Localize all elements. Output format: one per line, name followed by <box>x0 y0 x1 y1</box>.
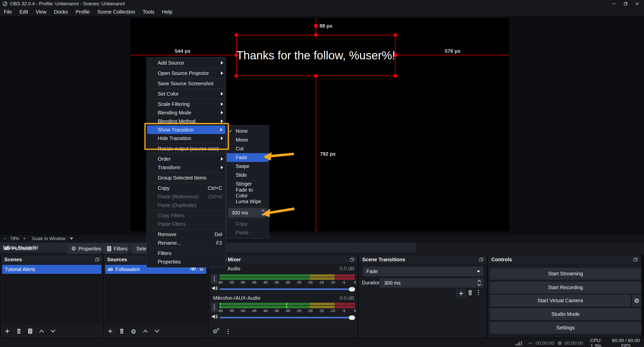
minimize-button[interactable] <box>608 0 620 8</box>
menu-item-move[interactable]: Move <box>226 136 269 144</box>
menu-item-add-source[interactable]: Add Source <box>147 59 226 67</box>
menu-docks[interactable]: Docks <box>50 8 72 16</box>
menu-item-filters[interactable]: Filters <box>147 249 226 257</box>
sources-panel-title: Sources <box>107 257 127 263</box>
dock-popout-icon[interactable] <box>633 258 638 262</box>
menu-item-save-source-screenshot[interactable]: Save Source Screenshot <box>147 79 226 88</box>
properties-button[interactable]: ⚙ Properties <box>67 244 101 254</box>
move-scene-down-button[interactable] <box>51 329 56 334</box>
menu-item-fade[interactable]: Fade <box>227 153 268 162</box>
move-source-up-button[interactable] <box>143 329 148 334</box>
scale-mode-dropdown[interactable]: Scale to Window <box>32 236 65 241</box>
transition-select-dropdown[interactable]: Fade <box>363 267 483 276</box>
transition-selected-value: Fade <box>366 269 378 274</box>
add-source-button[interactable] <box>108 329 113 335</box>
source-properties-button[interactable]: ⚙ <box>131 329 136 334</box>
dock-popout-icon[interactable] <box>350 258 354 262</box>
start-streaming-button[interactable]: Start Streaming <box>490 268 641 280</box>
menu-item-open-source-projector[interactable]: Open Source Projector <box>147 69 226 77</box>
text-source-icon: ab <box>4 245 10 251</box>
start-recording-button[interactable]: Start Recording <box>490 282 641 293</box>
studio-mode-button[interactable]: Studio Mode <box>490 308 641 320</box>
volume-slider-handle[interactable] <box>349 287 355 291</box>
menu-help[interactable]: Help <box>158 8 176 16</box>
dock-popout-icon[interactable] <box>479 258 483 262</box>
transition-menu-icon[interactable] <box>478 290 479 295</box>
check-icon: ✓ <box>229 128 232 134</box>
duration-spin-buttons[interactable] <box>475 278 484 288</box>
settings-button[interactable]: Settings <box>490 322 641 334</box>
add-transition-button[interactable] <box>456 289 466 298</box>
menu-item-swipe[interactable]: Swipe <box>226 162 269 171</box>
menu-item-copy[interactable]: CopyCtrl+C <box>147 184 226 192</box>
menu-item-label: Copy Filters <box>158 213 185 219</box>
menu-item-scale-filtering[interactable]: Scale Filtering <box>147 100 226 108</box>
remove-transition-button[interactable] <box>468 290 473 296</box>
audio-mixer-panel: Audio Mixer Audio 0.0 dB -60-55-50-45-40… <box>209 255 357 338</box>
zoom-in-button[interactable]: + <box>21 236 28 241</box>
db-tick-label: 0 <box>351 309 359 313</box>
menu-item-label: Paste <box>236 230 249 236</box>
menu-item-set-color[interactable]: Set Color <box>147 90 226 98</box>
menu-item-rename[interactable]: Rename...F2 <box>147 239 226 247</box>
db-tick-label: -55 <box>227 280 236 284</box>
add-scene-button[interactable] <box>5 329 10 335</box>
volume-slider-handle[interactable] <box>349 316 355 320</box>
mixer-menu-icon[interactable] <box>228 329 229 334</box>
properties-button-label: Properties <box>78 246 101 252</box>
menu-item-fade-to-color[interactable]: Fade to Color <box>226 188 269 197</box>
speaker-icon[interactable] <box>212 314 218 321</box>
duration-spinner[interactable]: 300 ms <box>380 278 475 288</box>
menu-item-cut[interactable]: Cut <box>226 144 269 153</box>
menu-view[interactable]: View <box>32 8 50 16</box>
menu-tools[interactable]: Tools <box>139 8 158 16</box>
sources-list: ab Followalert <box>105 264 207 325</box>
virtual-camera-settings-button[interactable]: ⚙ <box>632 295 641 307</box>
menu-file[interactable]: File <box>0 8 16 16</box>
title-bar: OBS 32.0.4 - Profile: Unbenannt - Scenes… <box>0 0 644 8</box>
menu-item-remove[interactable]: RemoveDel <box>147 230 226 239</box>
submenu-arrow-icon <box>221 102 223 106</box>
chevron-down-icon[interactable] <box>70 238 73 240</box>
close-button[interactable] <box>631 0 643 8</box>
menu-item-label: Slide <box>236 172 247 178</box>
menu-scene-collection[interactable]: Scene Collection <box>94 8 139 16</box>
context-menu: Add SourceOpen Source ProjectorSave Sour… <box>146 57 226 268</box>
scene-row-selected[interactable]: Tutorial Alerts <box>2 265 101 274</box>
restore-button[interactable] <box>620 0 631 8</box>
menu-item-group-selected-items[interactable]: Group Selected Items <box>147 173 226 182</box>
volume-slider[interactable] <box>220 317 355 318</box>
menu-item-luma-wipe[interactable]: Luma Wipe <box>226 197 269 206</box>
scene-filters-button[interactable] <box>28 328 32 335</box>
move-scene-up-button[interactable] <box>39 329 44 334</box>
menu-item-slide[interactable]: Slide <box>226 171 269 180</box>
advanced-audio-icon[interactable]: ⚙⚙ <box>213 328 218 335</box>
menu-separator <box>228 207 267 207</box>
dock-popout-icon[interactable] <box>95 258 99 262</box>
menu-item-properties[interactable]: Properties <box>147 257 226 266</box>
remove-source-button[interactable] <box>119 328 124 335</box>
db-tick-label: -30 <box>283 280 292 284</box>
menu-item-blending-mode[interactable]: Blending Mode <box>147 108 226 117</box>
guide-line-bottom <box>316 76 316 231</box>
start-virtual-camera-button[interactable]: Start Virtual Camera <box>490 295 631 307</box>
menu-edit[interactable]: Edit <box>16 8 32 16</box>
menu-item-none[interactable]: ✓None <box>226 127 269 136</box>
menu-profile[interactable]: Profile <box>72 8 94 16</box>
move-source-down-button[interactable] <box>154 329 159 334</box>
remove-scene-button[interactable] <box>16 328 21 335</box>
db-tick-label: -35 <box>272 309 280 313</box>
submenu-arrow-icon <box>221 92 223 96</box>
zoom-out-button[interactable]: − <box>2 236 8 241</box>
volume-slider[interactable] <box>220 288 355 290</box>
speaker-icon[interactable] <box>212 285 218 292</box>
menu-item-transform[interactable]: Transform <box>147 163 226 172</box>
transition-duration-spinner[interactable]: 300 ms <box>228 208 267 218</box>
show-transition-submenu: ✓NoneMoveCutFadeSwipeSlideStingerFade to… <box>226 125 269 239</box>
scenes-panel-header: Scenes <box>1 255 102 264</box>
duration-spin-buttons[interactable] <box>259 208 267 218</box>
submenu-arrow-icon <box>221 119 223 123</box>
duration-value: 300 ms <box>384 280 401 286</box>
filters-button[interactable]: Filters <box>103 244 128 254</box>
menu-item-order[interactable]: Order <box>147 155 226 163</box>
